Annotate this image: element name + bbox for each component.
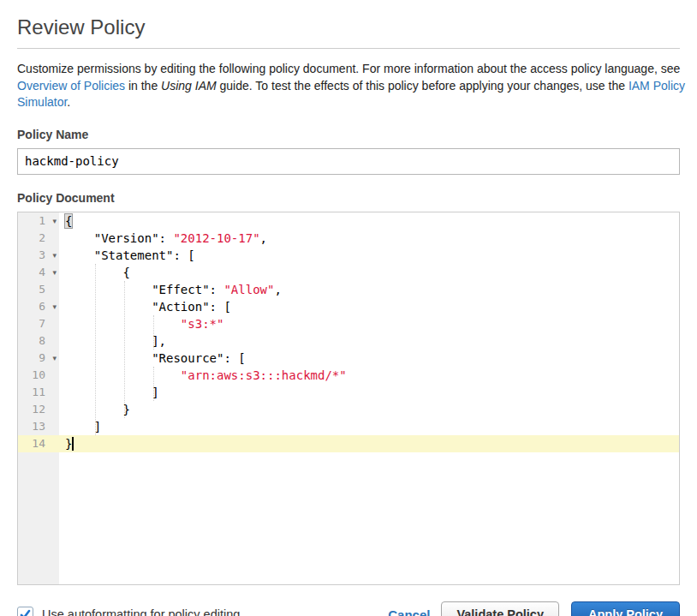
fold-toggle-icon[interactable]: ▾ [52,212,57,230]
code-line[interactable]: "s3:*" [59,315,679,332]
intro-part2: in the [125,79,161,93]
line-number: 11 [18,384,59,401]
line-number: 9▾ [18,350,59,367]
line-number: 14 [18,435,59,452]
code-line[interactable]: "arn:aws:s3:::hackmd/*" [59,367,679,384]
line-number: 6▾ [18,298,59,315]
code-line[interactable]: ] [59,384,679,401]
fold-toggle-icon[interactable]: ▾ [52,350,57,367]
autoformat-label: Use autoformatting for policy editing [42,607,240,616]
footer-actions: Cancel Validate Policy Apply Policy [388,601,680,616]
fold-toggle-icon[interactable]: ▾ [52,264,57,281]
text-cursor [72,437,74,451]
using-iam-text: Using IAM [161,79,217,93]
code-line[interactable]: "Resource": [ [59,350,679,367]
code-line[interactable]: { [59,264,679,281]
review-policy-page: Review Policy Customize permissions by e… [0,0,697,616]
line-number: 8 [18,332,59,350]
line-number: 4▾ [18,264,59,281]
code-line[interactable]: } [59,435,679,452]
line-number: 12 [18,401,59,418]
code-line[interactable]: ] [59,418,679,435]
autoformat-checkbox[interactable] [17,607,33,616]
line-number: 3▾ [18,247,59,264]
line-number: 13 [18,418,59,435]
fold-toggle-icon[interactable]: ▾ [52,298,57,315]
policy-name-input[interactable] [17,148,680,175]
overview-of-policies-link[interactable]: Overview of Policies [17,79,125,93]
fold-toggle-icon[interactable]: ▾ [52,247,57,264]
editor-gutter: 1▾23▾4▾56▾789▾1011121314 [18,212,59,584]
code-line[interactable]: "Version": "2012-10-17", [59,230,679,247]
code-line[interactable]: "Effect": "Allow", [59,281,679,298]
check-icon [20,609,31,616]
page-title: Review Policy [17,15,680,39]
policy-document-editor[interactable]: 1▾23▾4▾56▾789▾1011121314 { "Version": "2… [17,212,680,585]
line-number: 2 [18,230,59,247]
intro-part3: guide. To test the effects of this polic… [217,79,628,93]
line-number: 7 [18,315,59,332]
code-line[interactable]: ], [59,332,679,350]
footer-bar: Use autoformatting for policy editing Ca… [17,601,680,616]
line-number: 10 [18,367,59,384]
validate-policy-button[interactable]: Validate Policy [441,601,559,616]
apply-policy-button[interactable]: Apply Policy [571,601,680,616]
code-line[interactable]: { [59,212,679,230]
code-line[interactable]: "Action": [ [59,298,679,315]
policy-name-label: Policy Name [17,128,680,141]
intro-part1: Customize permissions by editing the fol… [17,62,680,75]
intro-text: Customize permissions by editing the fol… [17,61,685,111]
intro-part4: . [67,95,70,109]
line-number: 5 [18,281,59,298]
editor-code-area[interactable]: { "Version": "2012-10-17", "Statement": … [59,212,679,584]
line-number: 1▾ [18,212,59,230]
code-line[interactable]: } [59,401,679,418]
policy-document-label: Policy Document [17,191,680,205]
code-line[interactable]: "Statement": [ [59,247,679,264]
title-divider [17,48,680,49]
autoformat-option[interactable]: Use autoformatting for policy editing [17,607,240,616]
cancel-link[interactable]: Cancel [388,607,430,616]
